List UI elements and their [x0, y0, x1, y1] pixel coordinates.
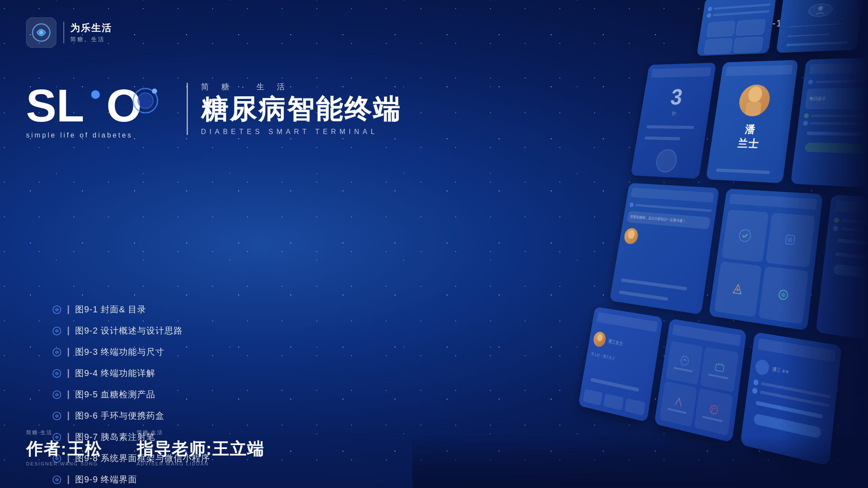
slo-svg-logo: SL O	[26, 78, 174, 128]
toc-icon-9-6	[52, 411, 62, 421]
toc-icon-9-2	[52, 326, 62, 336]
svg-point-2	[39, 30, 43, 35]
mockup-card-4: 3 秒	[631, 62, 716, 179]
toc-label-9-4: 图9-4 终端功能详解	[75, 367, 155, 379]
author-small-label: 简糖·生活	[26, 429, 102, 436]
toc-item-9-3: 图9-3 终端功能与尺寸	[52, 346, 210, 358]
svg-point-7	[91, 90, 100, 99]
main-content-left: SL O simple life of diabetes 简 糖 · 生 活 糖…	[26, 78, 401, 144]
toc-item-9-9: 图9-9 终端界面	[52, 474, 210, 485]
title-main-cn: 糖尿病智能终端	[201, 95, 401, 124]
toc-label-9-3: 图9-3 终端功能与尺寸	[75, 346, 164, 358]
slo-hero: SL O simple life of diabetes 简 糖 · 生 活 糖…	[26, 78, 401, 139]
svg-point-9	[138, 93, 153, 108]
toc-icon-9-4	[52, 369, 62, 378]
app-logo-icon	[26, 17, 56, 48]
mockup-card-11: 潘三女士 早上好！潘兰女士	[578, 307, 663, 422]
svg-point-23	[627, 230, 635, 239]
author-label: 作者:王松	[26, 438, 102, 460]
toc-icon-9-5	[52, 390, 62, 400]
logo-chinese-name: 为乐生活	[70, 22, 112, 35]
toc-icon-9-9	[52, 475, 62, 485]
toc-item-9-1: 图9-1 封面& 目录	[52, 304, 210, 315]
slo-tagline: simple life of diabetes	[26, 131, 174, 139]
toc-divider-9-2	[68, 327, 69, 335]
svg-text:SL: SL	[26, 80, 84, 128]
svg-text:广: 广	[711, 406, 717, 414]
title-block: 简 糖 · 生 活 糖尿病智能终端 DIABETES SMART TERMINA…	[201, 82, 401, 135]
author-credit: 简糖·生活 作者:王松 DESIGNER:WANG SONG	[26, 429, 102, 466]
right-fade	[781, 0, 868, 488]
adviser-label: 指导老师:王立端	[137, 438, 265, 460]
toc-icon-9-1	[52, 305, 62, 314]
svg-point-10	[152, 88, 157, 94]
logo-text-block: 为乐生活 简糖。生活	[63, 22, 112, 43]
mockup-card-1	[697, 0, 777, 56]
toc-label-9-6: 图9-6 手环与便携药盒	[75, 410, 164, 422]
title-subtitle-cn: 简 糖 · 生 活	[201, 82, 401, 92]
toc-label-9-5: 图9-5 血糖检测产品	[75, 389, 155, 400]
adviser-en: ADVISER:WANG LIDUAN	[137, 461, 265, 466]
svg-point-27	[736, 288, 739, 291]
svg-text:O: O	[106, 80, 142, 128]
adviser-small-label: 简糖·生活	[137, 429, 265, 436]
toc-divider-9-1	[68, 305, 69, 314]
svg-point-30	[597, 334, 603, 342]
bottom-fade	[412, 436, 868, 488]
mockups-container: 3 秒 潘兰士	[412, 0, 868, 488]
toc-item-9-2: 图9-2 设计概述与设计思路	[52, 325, 210, 337]
logo-subtitle: 简糖。生活	[70, 36, 112, 43]
mockup-card-8: 想要血糖稳，这次大家知识一定要沟通！	[609, 183, 719, 314]
toc-icon-9-3	[52, 347, 62, 357]
toc-divider-9-5	[68, 390, 69, 399]
svg-point-24	[739, 229, 751, 242]
toc-item-9-6: 图9-6 手环与便携药盒	[52, 410, 210, 422]
toc-label-9-2: 图9-2 设计概述与设计思路	[75, 325, 183, 337]
toc-divider-9-9	[68, 475, 69, 484]
svg-point-31	[680, 356, 689, 366]
toc-item-9-5: 图9-5 血糖检测产品	[52, 389, 210, 400]
toc-divider-9-4	[68, 369, 69, 378]
author-en: DESIGNER:WANG SONG	[26, 461, 102, 466]
toc-label-9-9: 图9-9 终端界面	[75, 474, 137, 485]
toc-item-9-4: 图9-4 终端功能详解	[52, 367, 210, 379]
svg-point-21	[747, 86, 763, 102]
title-en: DIABETES SMART TERMINAL	[201, 128, 401, 136]
slo-divider	[187, 83, 188, 135]
top-left-logo: 为乐生活 简糖。生活	[26, 17, 112, 48]
toc-label-9-1: 图9-1 封面& 目录	[75, 304, 146, 315]
toc-divider-9-6	[68, 412, 69, 420]
svg-rect-32	[715, 364, 724, 372]
svg-rect-22	[745, 102, 762, 116]
toc-divider-9-3	[68, 348, 69, 357]
credits-section: 简糖·生活 作者:王松 DESIGNER:WANG SONG 简糖·生活 指导老…	[26, 429, 264, 466]
adviser-credit: 简糖·生活 指导老师:王立端 ADVISER:WANG LIDUAN	[137, 429, 265, 466]
mockup-card-12: 广	[654, 318, 746, 442]
